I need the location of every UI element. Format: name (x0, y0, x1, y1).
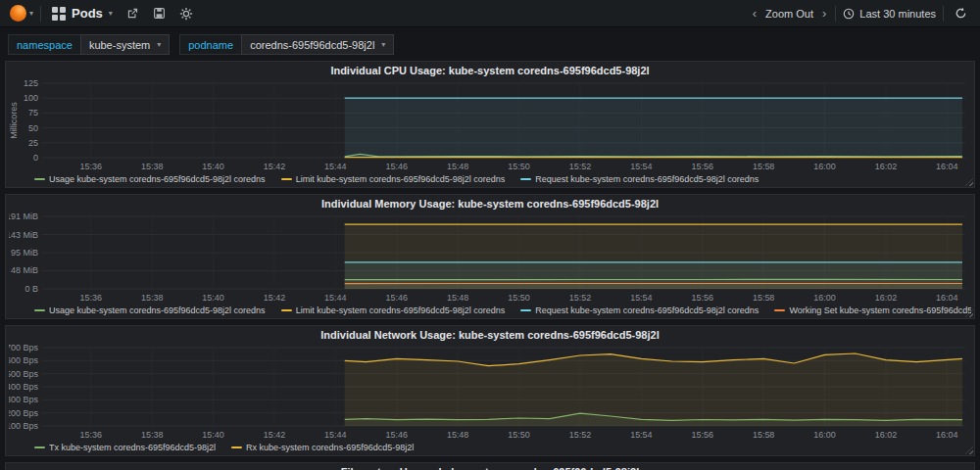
svg-text:15:44: 15:44 (324, 162, 346, 171)
legend-item[interactable]: Tx kube-system coredns-695f96dcd5-98j2l (34, 443, 216, 452)
time-range-picker[interactable]: Last 30 minutes (843, 8, 936, 20)
legend-series-color (520, 178, 531, 180)
grafana-logo-icon (10, 5, 26, 22)
svg-text:15:50: 15:50 (508, 293, 529, 303)
legend-series-label: Working Set kube-system coredns-695f96dc… (789, 306, 971, 315)
time-range-label: Last 30 minutes (859, 8, 936, 20)
panel-legend: Tx kube-system coredns-695f96dcd5-98j2lR… (9, 441, 971, 453)
svg-text:15:44: 15:44 (324, 430, 346, 440)
legend-series-color (281, 178, 292, 180)
svg-text:15:52: 15:52 (569, 162, 591, 171)
svg-text:15:50: 15:50 (508, 430, 529, 440)
svg-text:50: 50 (28, 123, 38, 133)
panel-title[interactable]: Individual Memory Usage: kube-system cor… (9, 197, 971, 212)
chart-plot[interactable]: 15:3615:3815:4015:4215:4415:4615:4815:50… (9, 212, 971, 304)
legend-item[interactable]: Usage kube-system coredns-695f96dcd5-98j… (34, 174, 266, 184)
legend-item[interactable]: Working Set kube-system coredns-695f96dc… (774, 306, 971, 315)
variable-value: kube-system (89, 39, 150, 51)
panel-title[interactable]: Individual Network Usage: kube-system co… (9, 328, 971, 343)
legend-series-color (34, 309, 45, 311)
svg-text:0 B: 0 B (24, 284, 37, 294)
svg-text:125: 125 (24, 78, 38, 88)
svg-text:143 MiB: 143 MiB (9, 230, 38, 240)
svg-text:15:42: 15:42 (264, 430, 285, 440)
legend-series-color (34, 446, 45, 448)
svg-text:16:02: 16:02 (875, 430, 897, 440)
svg-text:15:46: 15:46 (386, 430, 408, 440)
svg-text:15:36: 15:36 (80, 430, 102, 440)
dashboard-picker[interactable]: Pods ▾ (48, 6, 117, 21)
svg-text:15:36: 15:36 (80, 293, 102, 303)
refresh-button[interactable] (951, 4, 970, 24)
svg-text:16:00: 16:00 (813, 430, 835, 440)
svg-text:0: 0 (33, 153, 38, 163)
svg-text:15:48: 15:48 (447, 430, 468, 440)
legend-item[interactable]: Usage kube-system coredns-695f96dcd5-98j… (34, 306, 266, 315)
svg-text:15:42: 15:42 (264, 162, 285, 171)
graph-panel: Individual Memory Usage: kube-system cor… (5, 194, 975, 319)
svg-text:600 Bps: 600 Bps (9, 355, 38, 365)
svg-text:15:56: 15:56 (692, 162, 713, 171)
svg-text:200 Bps: 200 Bps (9, 408, 38, 418)
svg-text:15:38: 15:38 (141, 430, 163, 440)
svg-text:15:48: 15:48 (447, 162, 468, 171)
svg-text:15:54: 15:54 (630, 430, 652, 440)
variable-podname: podname coredns-695f96dcd5-98j2l ▾ (179, 34, 394, 55)
legend-series-label: Limit kube-system coredns-695f96dcd5-98j… (296, 174, 506, 184)
svg-text:16:00: 16:00 (813, 162, 835, 171)
svg-text:15:56: 15:56 (692, 430, 713, 440)
svg-text:15:38: 15:38 (141, 293, 163, 303)
refresh-icon (955, 7, 967, 20)
chart-plot[interactable]: 15:3615:3815:4015:4215:4415:4615:4815:50… (9, 343, 971, 441)
legend-item[interactable]: Limit kube-system coredns-695f96dcd5-98j… (281, 174, 506, 184)
panel-title[interactable]: Filesystem Usage: kube-system coredns-69… (9, 465, 971, 470)
dashboard-panels: Individual CPU Usage: kube-system coredn… (0, 61, 980, 456)
svg-text:15:40: 15:40 (202, 293, 223, 303)
legend-item[interactable]: Rx kube-system coredns-695f96dcd5-98j2l (231, 443, 414, 452)
panel-title[interactable]: Individual CPU Usage: kube-system coredn… (9, 64, 971, 78)
legend-item[interactable]: Request kube-system coredns-695f96dcd5-9… (520, 306, 759, 315)
variable-value-dropdown[interactable]: kube-system ▾ (80, 34, 170, 55)
legend-series-color (281, 309, 292, 311)
svg-text:15:52: 15:52 (569, 430, 591, 440)
svg-text:16:02: 16:02 (875, 293, 897, 303)
legend-series-label: Usage kube-system coredns-695f96dcd5-98j… (49, 174, 266, 184)
variable-label: namespace (8, 34, 80, 55)
grafana-main-menu[interactable]: ▾ (10, 5, 33, 22)
svg-text:15:58: 15:58 (753, 162, 774, 171)
svg-text:25: 25 (28, 138, 38, 148)
variable-value: coredns-695f96dcd5-98j2l (250, 39, 374, 51)
navbar: ▾ Pods ▾ (0, 0, 980, 27)
chevron-down-icon: ▾ (29, 10, 33, 18)
svg-text:100: 100 (24, 93, 38, 103)
divider (835, 6, 836, 22)
share-button[interactable] (123, 4, 143, 24)
save-button[interactable] (150, 4, 170, 24)
time-shift-forward-button[interactable]: › (820, 6, 828, 21)
legend-item[interactable]: Limit kube-system coredns-695f96dcd5-98j… (281, 306, 506, 315)
panel-legend: Usage kube-system coredns-695f96dcd5-98j… (9, 304, 971, 316)
time-shift-back-button[interactable]: ‹ (751, 6, 759, 21)
legend-series-label: Request kube-system coredns-695f96dcd5-9… (535, 174, 759, 184)
chevron-down-icon: ▾ (381, 41, 385, 49)
legend-item[interactable]: Request kube-system coredns-695f96dcd5-9… (520, 174, 759, 184)
legend-series-label: Limit kube-system coredns-695f96dcd5-98j… (296, 306, 506, 315)
svg-text:15:40: 15:40 (202, 162, 223, 171)
save-icon (153, 7, 166, 20)
settings-button[interactable] (176, 4, 196, 24)
zoom-out-button[interactable]: Zoom Out (765, 8, 813, 20)
svg-text:15:54: 15:54 (630, 162, 652, 171)
svg-text:100 Bps: 100 Bps (9, 421, 38, 431)
svg-text:48 MiB: 48 MiB (11, 265, 38, 275)
svg-text:500 Bps: 500 Bps (9, 369, 38, 379)
share-icon (126, 7, 139, 20)
dashboard-title: Pods (72, 6, 103, 21)
chevron-down-icon: ▾ (157, 41, 161, 49)
legend-series-color (231, 446, 242, 448)
chart-plot[interactable]: 15:3615:3815:4015:4215:4415:4615:4815:50… (9, 78, 971, 172)
svg-text:15:58: 15:58 (753, 293, 774, 303)
svg-text:700 Bps: 700 Bps (9, 343, 38, 352)
dashboard-submenu: namespace kube-system ▾ podname coredns-… (0, 27, 980, 61)
svg-text:15:44: 15:44 (324, 293, 346, 303)
variable-value-dropdown[interactable]: coredns-695f96dcd5-98j2l ▾ (241, 34, 394, 55)
